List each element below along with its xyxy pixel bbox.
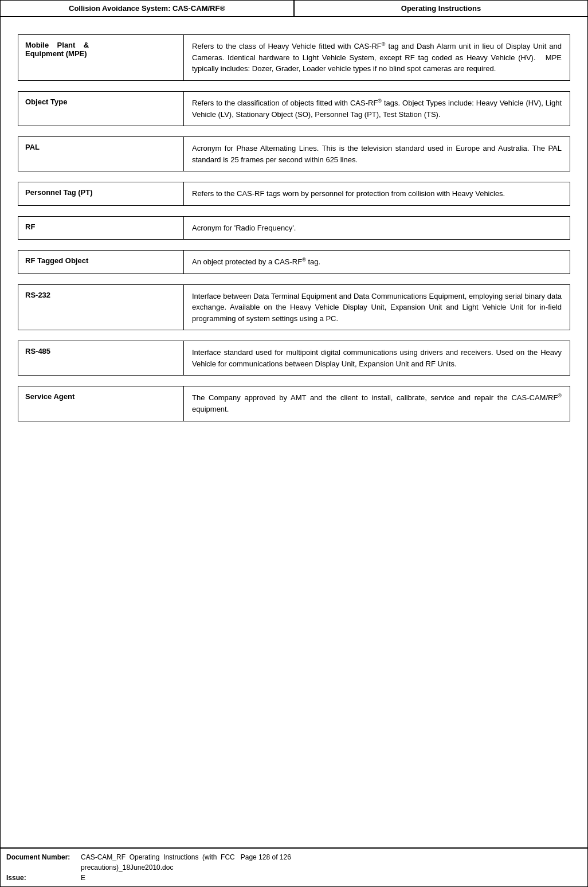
term-label-pal: PAL [25, 143, 40, 151]
glossary-row: RS-485 Interface standard used for multi… [18, 341, 570, 376]
term-label-service-agent: Service Agent [25, 392, 75, 401]
glossary-row: RF Acronym for 'Radio Frequency'. [18, 216, 570, 240]
glossary-definition-rs232: Interface between Data Terminal Equipmen… [184, 284, 570, 331]
glossary-row: PAL Acronym for Phase Alternating Lines.… [18, 136, 570, 171]
footer-doc-row2: precautions)_18June2010.doc [6, 863, 582, 872]
glossary-definition-pt: Refers to the CAS-RF tags worn by person… [184, 182, 570, 206]
term-label-rf-tagged: RF Tagged Object [25, 256, 88, 265]
glossary-table: Mobile Plant &Equipment (MPE) Refers to … [18, 34, 570, 421]
glossary-definition-object-type: Refers to the classification of objects … [184, 91, 570, 126]
glossary-definition-rs485: Interface standard used for multipoint d… [184, 341, 570, 376]
glossary-term-mpe: Mobile Plant &Equipment (MPE) [18, 34, 184, 81]
glossary-row: RF Tagged Object An object protected by … [18, 250, 570, 274]
term-label-rf: RF [25, 222, 35, 231]
footer-doc-spacer [6, 863, 81, 872]
glossary-row: Mobile Plant &Equipment (MPE) Refers to … [18, 34, 570, 81]
glossary-row: Personnel Tag (PT) Refers to the CAS-RF … [18, 182, 570, 206]
glossary-row: Service Agent The Company approved by AM… [18, 386, 570, 421]
footer-doc-label: Document Number: [6, 853, 81, 861]
glossary-term-rf-tagged: RF Tagged Object [18, 250, 184, 274]
footer-issue-label: Issue: [6, 874, 81, 882]
glossary-row: Object Type Refers to the classification… [18, 91, 570, 126]
page-header: Collision Avoidance System: CAS-CAM/RF® … [1, 1, 587, 17]
footer-page-info: Page 128 of 126 [241, 853, 291, 861]
footer-doc-value: CAS-CAM_RF Operating Instructions (with … [81, 853, 582, 861]
header-title-left: Collision Avoidance System: CAS-CAM/RF® [1, 1, 295, 16]
glossary-definition-service-agent: The Company approved by AMT and the clie… [184, 386, 570, 421]
page-content: Mobile Plant &Equipment (MPE) Refers to … [1, 17, 587, 847]
term-label-mpe: Mobile Plant &Equipment (MPE) [25, 41, 89, 58]
glossary-definition-rf-tagged: An object protected by a CAS-RF® tag. [184, 250, 570, 274]
term-label-rs485: RS-485 [25, 347, 50, 355]
glossary-term-rs485: RS-485 [18, 341, 184, 376]
header-title-right: Operating Instructions [295, 1, 587, 16]
glossary-term-rs232: RS-232 [18, 284, 184, 331]
glossary-term-pal: PAL [18, 136, 184, 171]
glossary-definition-rf: Acronym for 'Radio Frequency'. [184, 216, 570, 240]
footer-doc-value2: precautions)_18June2010.doc [81, 863, 582, 872]
glossary-term-pt: Personnel Tag (PT) [18, 182, 184, 206]
glossary-definition-mpe: Refers to the class of Heavy Vehicle fit… [184, 34, 570, 81]
glossary-term-rf: RF [18, 216, 184, 240]
footer-doc-row: Document Number: CAS-CAM_RF Operating In… [6, 853, 582, 861]
glossary-term-object-type: Object Type [18, 91, 184, 126]
page-footer: Document Number: CAS-CAM_RF Operating In… [1, 847, 587, 886]
glossary-term-service-agent: Service Agent [18, 386, 184, 421]
page-wrapper: Collision Avoidance System: CAS-CAM/RF® … [0, 0, 588, 887]
footer-issue-row: Issue: E [6, 874, 582, 882]
glossary-row: RS-232 Interface between Data Terminal E… [18, 284, 570, 331]
footer-issue-value: E [81, 874, 582, 882]
term-label-object-type: Object Type [25, 97, 67, 106]
glossary-definition-pal: Acronym for Phase Alternating Lines. Thi… [184, 136, 570, 171]
term-label-pt: Personnel Tag (PT) [25, 188, 93, 197]
term-label-rs232: RS-232 [25, 291, 50, 299]
